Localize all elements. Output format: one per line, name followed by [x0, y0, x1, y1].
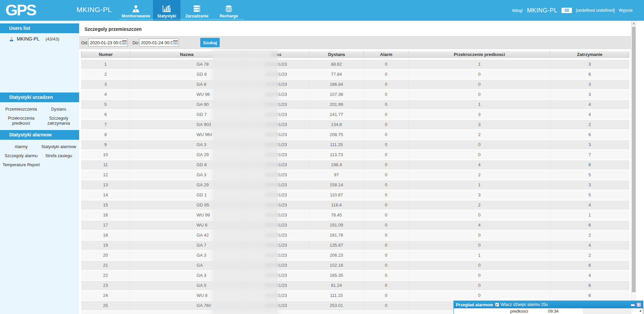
cell-dystans: 208.75	[309, 130, 364, 139]
alarm-time: 09:34	[548, 308, 558, 314]
table-row[interactable]: 16WU 992020/01/2378.45001	[81, 210, 629, 221]
col-alarm[interactable]: Alarm	[364, 51, 409, 58]
table-row[interactable]: 22GA 32020/01/23165.35004	[81, 271, 629, 281]
sidebar-link-szczegoly-alarmu[interactable]: Szczegoly alarmu	[2, 153, 40, 159]
table-row[interactable]: 13GA 292020/01/23158.14013	[81, 180, 629, 190]
cell-alarm: 0	[364, 271, 409, 280]
table-row[interactable]: 18GA 422020/01/23161.76002	[81, 231, 629, 241]
table-row[interactable]: 3GA 82020/01/23186.84003	[81, 80, 629, 90]
table-row[interactable]: 5GA 902020/01/23201.99014	[81, 100, 629, 110]
alarm-sound-checkbox[interactable]: ✓	[495, 303, 499, 307]
cell-alarm: 0	[364, 231, 409, 240]
minimize-icon[interactable]	[631, 304, 635, 306]
cell-zatrzymanie: 6	[550, 281, 629, 290]
sidebar-link-temperature-report[interactable]: Temperature Report	[2, 163, 40, 168]
col-zatrzymanie[interactable]: Zatrzymanie	[550, 51, 629, 58]
privacy-blur-overlay	[213, 51, 277, 314]
cell-numer: 19	[81, 241, 130, 250]
cell-dystans: 134.8	[309, 120, 364, 129]
cell-alarm: 0	[364, 301, 409, 310]
cell-alarm: 0	[364, 150, 409, 160]
cell-zatrzymanie: 7	[550, 150, 629, 160]
cell-alarm: 0	[364, 261, 409, 270]
sidebar-link-alarmy[interactable]: Alarmy	[2, 144, 40, 149]
device-stats-header: Statystyki urzadzen	[0, 92, 79, 102]
cell-numer: 22	[81, 271, 130, 280]
cell-numer: 25	[81, 301, 130, 310]
table-row[interactable]: 24WU 82020/01/23111.15006	[81, 291, 629, 301]
logout-link[interactable]: Wyjscie	[619, 8, 633, 13]
user-name: MKING-PL	[17, 36, 40, 42]
table-row[interactable]: 10GA 292020/01/23113.73007	[81, 150, 629, 160]
cell-przekroczenie: 1	[409, 100, 550, 109]
cell-dystans: 118.4	[309, 200, 364, 210]
coins-icon	[224, 3, 233, 14]
search-button[interactable]: Szukaj	[200, 38, 220, 47]
cell-przekroczenie: 0	[409, 241, 550, 250]
calendar-icon[interactable]	[173, 40, 178, 45]
cell-przekroczenie: 0	[409, 210, 550, 220]
cell-przekroczenie: 3	[409, 190, 550, 200]
cell-zatrzymanie: 6	[550, 130, 629, 139]
table-row[interactable]: 12GA 32020/01/2397025	[81, 170, 629, 180]
cell-dystans: 110.87	[309, 190, 364, 200]
sidebar: Users list MKING-PL (43/43) Statystyki u…	[0, 21, 79, 314]
cell-numer: 11	[81, 160, 130, 170]
cell-zatrzymanie: 3	[550, 80, 629, 89]
maximize-icon[interactable]	[637, 303, 641, 307]
table-row[interactable]: 17WU 62020/01/23191.09046	[81, 221, 629, 231]
cell-zatrzymanie: 4	[550, 271, 629, 280]
col-przekroczenie-predkosci[interactable]: Przekroczenie predkosci	[409, 51, 550, 58]
table-row[interactable]: 7GA 9032020/01/23134.8032	[81, 120, 629, 130]
cell-dystans: 88.62	[309, 60, 364, 69]
table-row[interactable]: 8WU 9642020/01/23208.75026	[81, 130, 629, 140]
cell-przekroczenie: 0	[409, 70, 550, 79]
vertical-scrollbar[interactable]: ▲	[631, 21, 636, 314]
sidebar-link-przekroczenia-predkosci[interactable]: Przekroczenia predkosci	[2, 116, 40, 126]
table-row[interactable]: 6GD 72020/01/23141.77034	[81, 110, 629, 120]
tab-statystyki[interactable]: Statystyki	[153, 0, 180, 21]
calendar-icon[interactable]	[122, 40, 127, 45]
table-row[interactable]: 21GA2020/01/23102.16006	[81, 261, 629, 271]
cell-przekroczenie: 0	[409, 150, 550, 160]
cell-zatrzymanie: 8	[550, 160, 629, 170]
main-nav: Monitorowanie Statystyki Zarzadzanie Rec…	[119, 0, 244, 21]
table-row[interactable]: 23GA 52020/01/2381.24006	[81, 281, 629, 291]
cell-przekroczenie: 1	[409, 60, 550, 69]
sidebar-link-dystans[interactable]: Dystans	[40, 107, 77, 112]
tab-recharge[interactable]: Recharge	[213, 0, 244, 21]
table-row[interactable]: 9GA 32020/01/23111.25003	[81, 140, 629, 150]
cell-alarm: 0	[364, 281, 409, 290]
table-row[interactable]: 2GD 82020/01/2377.84006	[81, 70, 629, 80]
cell-przekroczenie: 2	[409, 130, 550, 139]
table-row[interactable]: 20GA 32020/01/23206.23012	[81, 251, 629, 261]
col-numer[interactable]: Numer	[82, 51, 130, 58]
table-row[interactable]: 14GD 12020/01/23110.87035	[81, 190, 629, 200]
sidebar-link-strefa-zasiegu[interactable]: Strefa zasiegu	[40, 153, 77, 159]
scrollbar-thumb[interactable]	[632, 27, 636, 292]
tab-monitorowanie[interactable]: Monitorowanie	[119, 0, 153, 21]
alarm-popup-titlebar[interactable]: Przeglad alarmow ✓ Wlacz dźwięk alarmu 2…	[454, 301, 643, 308]
cell-dystans: 107.36	[309, 90, 364, 99]
table-header: Numer Nazwa Czas Dystans Alarm Przekrocz…	[81, 51, 629, 58]
scroll-up-arrow[interactable]: ▲	[631, 21, 636, 26]
tab-zarzadzanie[interactable]: Zarzadzanie	[180, 0, 213, 21]
sidebar-link-przemieszczenia[interactable]: Przemieszczenia	[2, 107, 40, 112]
cell-zatrzymanie: 4	[550, 110, 629, 119]
popup-scroll-up-arrow[interactable]: ▲	[639, 309, 642, 312]
table-row[interactable]: 11GD 82020/01/23198.4048	[81, 160, 629, 170]
alarm-type: predkosci	[510, 308, 528, 314]
cell-numer: 13	[81, 180, 130, 190]
table-row[interactable]: 1GA 782020/01/2388.62013	[81, 60, 629, 70]
cell-numer: 21	[81, 261, 130, 270]
sidebar-user-mking-pl[interactable]: MKING-PL (43/43)	[0, 33, 79, 42]
count-badge[interactable]: 50	[561, 8, 572, 13]
col-dystans[interactable]: Dystans	[310, 51, 364, 58]
table-row[interactable]: 15GD 852020/01/23118.4024	[81, 200, 629, 210]
sidebar-link-szczegoly-zatrzymania[interactable]: Szczegoly zatrzymania	[40, 116, 77, 126]
main-content: Szczegoly przemieszczen Od: Do: Szukaj N…	[79, 21, 644, 314]
table-row[interactable]: 19GA 72020/01/23135.87004	[81, 241, 629, 251]
sidebar-link-statystyki-alarmow[interactable]: Statystyki alarmow	[40, 144, 77, 149]
table-row[interactable]: 4WU 962020/01/23107.36003	[81, 90, 629, 100]
cell-numer: 6	[81, 110, 130, 119]
